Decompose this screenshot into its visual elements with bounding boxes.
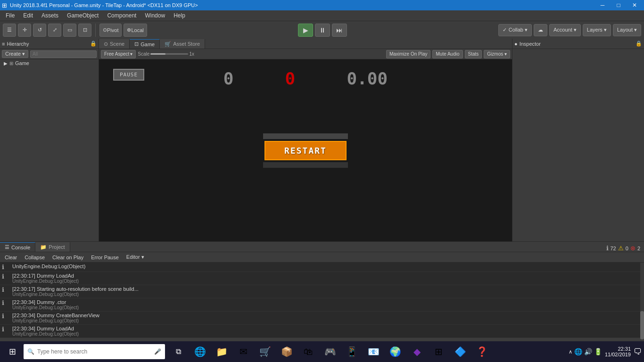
mute-audio-button[interactable]: Mute Audio <box>432 50 462 58</box>
menu-window[interactable]: Window <box>141 11 169 20</box>
taskbar-app-vs[interactable]: ◆ <box>406 341 427 362</box>
stats-button[interactable]: Stats <box>465 50 482 58</box>
start-button[interactable]: ⊞ <box>2 341 23 362</box>
maximize-button[interactable]: □ <box>611 0 626 10</box>
taskbar-search-input[interactable] <box>37 348 151 355</box>
pivot-button[interactable]: ⊙ Pivot <box>99 24 122 37</box>
console-scroll-thumb[interactable] <box>640 311 644 339</box>
step-button[interactable]: ⏭ <box>332 24 347 37</box>
clock-time: 22:31 <box>605 346 631 352</box>
local-button[interactable]: ⊕ Local <box>124 24 147 37</box>
mail-icon: ✉ <box>239 346 248 357</box>
menu-help[interactable]: Help <box>170 11 189 20</box>
hierarchy-arrow-icon: ▶ <box>4 61 8 66</box>
taskbar-app-chrome[interactable]: 🌐 <box>190 341 210 362</box>
taskbar-app-mail[interactable]: ✉ <box>233 341 254 362</box>
steam-icon: 🎮 <box>324 346 336 357</box>
taskbar-app-unity[interactable]: ⊞ <box>428 341 449 362</box>
taskbar-app-help[interactable]: ❓ <box>471 341 492 362</box>
gizmos-button[interactable]: Gizmos ▾ <box>484 50 510 58</box>
cloud-button[interactable]: ☁ <box>534 24 547 36</box>
tab-asset-store[interactable]: 🛒 Asset Store <box>160 39 205 49</box>
tab-scene[interactable]: ⊙ Scene <box>99 39 130 49</box>
hierarchy-search-input[interactable] <box>30 50 97 58</box>
console-row-1[interactable]: ℹ [22:30:17] Starting auto-resolution be… <box>0 285 644 298</box>
menu-assets[interactable]: Assets <box>38 11 62 20</box>
layout-button[interactable]: Layout ▾ <box>613 24 641 36</box>
taskbar-app-store[interactable]: 🛒 <box>255 341 275 362</box>
console-editor-button[interactable]: Editor ▾ <box>124 253 147 262</box>
console-clear-on-play-button[interactable]: Clear on Play <box>50 253 86 262</box>
console-info-icon-5: ℹ <box>2 326 9 333</box>
systray-up-icon[interactable]: ∧ <box>569 349 572 355</box>
taskbar-search[interactable]: 🔍 🎤 <box>24 344 165 359</box>
tool-rotate[interactable]: ↺ <box>33 24 46 37</box>
restart-button[interactable]: RESTART <box>264 141 347 160</box>
systray-volume-icon[interactable]: 🔊 <box>584 348 592 355</box>
clock-date: 11/02/2019 <box>605 352 631 357</box>
game-canvas: PAUSE 0 0 0.00 RESTART <box>99 59 512 241</box>
console-row-0[interactable]: ℹ [22:30:17] Dummy LoadAd UnityEngine.De… <box>0 272 644 285</box>
taskbar-app-browser[interactable]: 🌍 <box>385 341 405 362</box>
console-scrollbar[interactable] <box>640 263 644 343</box>
console-error-pause-button[interactable]: Error Pause <box>88 253 122 262</box>
taskbar-app-dropbox[interactable]: 📦 <box>276 341 297 362</box>
console-collapse-button[interactable]: Collapse <box>22 253 48 262</box>
console-info-icon-2: ℹ <box>2 286 9 293</box>
scale-value: 1x <box>189 51 194 57</box>
layers-button[interactable]: Layers ▾ <box>583 24 611 36</box>
score-3: 0.00 <box>347 69 388 88</box>
menu-gameobject[interactable]: GameObject <box>63 11 102 20</box>
console-text-1: [22:30:17] Starting auto-resolution befo… <box>12 286 139 297</box>
play-button[interactable]: ▶ <box>298 24 313 37</box>
tab-console[interactable]: ☰ Console <box>0 242 35 252</box>
inspector-lock-icon[interactable]: 🔒 <box>636 41 642 47</box>
tool-rect[interactable]: ▭ <box>63 24 76 37</box>
taskbar-app-amazon[interactable]: 🛍 <box>298 341 319 362</box>
console-row-prev[interactable]: ℹ UnityEngine.Debug:Log(Object) <box>0 263 644 272</box>
taskbar-app-explorer[interactable]: 📁 <box>211 341 232 362</box>
console-row-3[interactable]: ℹ [22:30:34] Dummy CreateBannerView Unit… <box>0 312 644 325</box>
tool-hand[interactable]: ☰ <box>3 24 16 37</box>
local-icon: ⊕ <box>127 27 131 33</box>
account-button[interactable]: Account ▾ <box>549 24 581 36</box>
tab-project[interactable]: 📁 Project <box>35 242 70 252</box>
menu-component[interactable]: Component <box>103 11 140 20</box>
tool-transform[interactable]: ⊡ <box>78 24 91 37</box>
console-row-2[interactable]: ℹ [22:30:34] Dummy .ctor UnityEngine.Deb… <box>0 298 644 312</box>
scale-slider[interactable] <box>150 53 188 55</box>
pause-button[interactable]: ⏸ <box>315 24 330 37</box>
maximize-on-play-button[interactable]: Maximize On Play <box>386 50 431 58</box>
pivot-label: Pivot <box>107 27 118 33</box>
taskbar-mic-icon[interactable]: 🎤 <box>154 348 161 355</box>
taskbar-app-taskview[interactable]: ⧉ <box>168 341 189 362</box>
score-2: 0 <box>285 69 296 88</box>
clock-area[interactable]: 22:31 11/02/2019 <box>605 346 631 357</box>
local-label: Local <box>131 27 143 33</box>
taskbar-app-email2[interactable]: 📧 <box>363 341 384 362</box>
hierarchy-item-game[interactable]: ▶ ⊞ Game <box>0 59 99 67</box>
tool-scale[interactable]: ⤢ <box>48 24 61 37</box>
systray-network-icon[interactable]: 🌐 <box>574 348 582 355</box>
hierarchy-create-button[interactable]: Create ▾ <box>2 50 28 58</box>
collab-button[interactable]: ✓ Collab ▾ <box>498 24 532 36</box>
tool-move[interactable]: ✛ <box>18 24 31 37</box>
taskbar-app-mobile[interactable]: 📱 <box>341 341 362 362</box>
score-area: 0 0 0.00 <box>99 69 512 88</box>
free-aspect-button[interactable]: Free Aspect ▾ <box>101 50 136 58</box>
hierarchy-header: ≡ Hierarchy 🔒 <box>0 39 99 49</box>
hierarchy-lock-icon[interactable]: 🔒 <box>90 41 97 47</box>
taskbar-app-rider[interactable]: 🔷 <box>450 341 471 362</box>
notification-icon[interactable]: 🗨 <box>634 347 642 357</box>
hierarchy-create-bar: Create ▾ <box>0 49 99 59</box>
hierarchy-menu-icon: ≡ <box>2 41 5 47</box>
minimize-button[interactable]: ─ <box>595 0 610 10</box>
tab-game[interactable]: ⊡ Game <box>130 39 160 49</box>
console-clear-button[interactable]: Clear <box>2 253 20 262</box>
close-button[interactable]: ✕ <box>627 0 642 10</box>
menu-file[interactable]: File <box>2 11 18 20</box>
menu-edit[interactable]: Edit <box>19 11 37 20</box>
taskbar-app-steam[interactable]: 🎮 <box>320 341 340 362</box>
console-row-4[interactable]: ℹ [22:30:34] Dummy LoadAd UnityEngine.De… <box>0 325 644 338</box>
console-main-2: [22:30:17] Starting auto-resolution befo… <box>12 286 139 292</box>
